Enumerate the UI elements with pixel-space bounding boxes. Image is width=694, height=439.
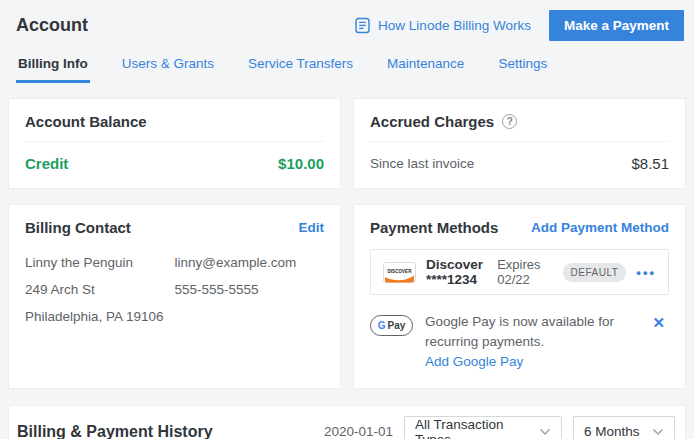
contact-email: linny@example.com bbox=[175, 249, 325, 276]
history-header: Billing & Payment History 2020-01-01 All… bbox=[9, 406, 685, 439]
chevron-down-icon bbox=[539, 428, 551, 436]
credit-status-label: Credit bbox=[25, 155, 68, 172]
billing-contact-card: Billing Contact Edit Linny the Penguin 2… bbox=[8, 204, 341, 389]
account-tabs: Billing Info Users & Grants Service Tran… bbox=[8, 40, 686, 83]
payment-methods-title: Payment Methods bbox=[370, 219, 498, 236]
contact-info-column: linny@example.com 555-555-5555 bbox=[175, 249, 325, 330]
tab-billing-info[interactable]: Billing Info bbox=[16, 52, 90, 83]
contact-address-column: Linny the Penguin 249 Arch St Philadelph… bbox=[25, 249, 175, 330]
history-filters: 2020-01-01 All Transaction Types 6 Month… bbox=[324, 416, 675, 439]
tab-settings[interactable]: Settings bbox=[496, 52, 549, 83]
since-last-invoice-label: Since last invoice bbox=[370, 156, 474, 171]
contact-address-line1: 249 Arch St bbox=[25, 276, 175, 303]
add-google-pay-link[interactable]: Add Google Pay bbox=[425, 354, 523, 369]
card-label: Discover ****1234 bbox=[426, 257, 485, 287]
default-badge: DEFAULT bbox=[563, 263, 627, 282]
google-pay-text: Google Pay is now available for recurrin… bbox=[425, 312, 636, 372]
contact-name: Linny the Penguin bbox=[25, 249, 175, 276]
card-expiry: Expires 02/22 bbox=[497, 257, 540, 287]
account-balance-amount: $10.00 bbox=[278, 155, 324, 172]
tab-service-transfers[interactable]: Service Transfers bbox=[246, 52, 355, 83]
time-range-value: 6 Months bbox=[584, 424, 640, 439]
payment-method-actions-icon[interactable]: ••• bbox=[636, 266, 656, 279]
account-page: Account How Linode Billing Works Make a … bbox=[0, 0, 694, 439]
google-pay-message: Google Pay is now available for recurrin… bbox=[425, 312, 636, 352]
document-icon bbox=[354, 17, 371, 34]
accrued-charges-amount: $8.51 bbox=[631, 155, 669, 172]
edit-contact-link[interactable]: Edit bbox=[299, 220, 325, 235]
accrued-charges-title: Accrued Charges bbox=[370, 113, 494, 130]
history-title: Billing & Payment History bbox=[17, 423, 213, 439]
chevron-down-icon bbox=[652, 428, 664, 436]
svg-text:DISCOVER: DISCOVER bbox=[388, 269, 413, 274]
summary-cards-row: Account Balance Credit $10.00 Accrued Ch… bbox=[8, 98, 686, 189]
time-range-select[interactable]: 6 Months bbox=[573, 416, 675, 439]
how-billing-works-label: How Linode Billing Works bbox=[378, 18, 531, 33]
close-icon[interactable]: ✕ bbox=[648, 312, 669, 334]
billing-history-section: Billing & Payment History 2020-01-01 All… bbox=[8, 405, 686, 439]
history-start-date: 2020-01-01 bbox=[324, 424, 393, 439]
detail-cards-row: Billing Contact Edit Linny the Penguin 2… bbox=[8, 204, 686, 389]
page-header: Account How Linode Billing Works Make a … bbox=[8, 0, 686, 40]
how-billing-works-link[interactable]: How Linode Billing Works bbox=[354, 17, 531, 34]
discover-card-icon: DISCOVER bbox=[383, 262, 416, 283]
tab-maintenance[interactable]: Maintenance bbox=[385, 52, 466, 83]
header-actions: How Linode Billing Works Make a Payment bbox=[354, 10, 684, 41]
billing-contact-title: Billing Contact bbox=[25, 219, 131, 236]
transaction-type-select[interactable]: All Transaction Types bbox=[404, 416, 562, 439]
payment-methods-card: Payment Methods Add Payment Method DISCO… bbox=[353, 204, 686, 389]
contact-address-line2: Philadelphia, PA 19106 bbox=[25, 303, 175, 330]
transaction-type-value: All Transaction Types bbox=[415, 417, 531, 439]
make-payment-button[interactable]: Make a Payment bbox=[549, 10, 684, 41]
google-pay-notice: G Pay Google Pay is now available for re… bbox=[370, 312, 669, 372]
contact-phone: 555-555-5555 bbox=[175, 276, 325, 303]
google-pay-icon: G Pay bbox=[370, 315, 413, 336]
add-payment-method-link[interactable]: Add Payment Method bbox=[531, 220, 669, 235]
tab-users-grants[interactable]: Users & Grants bbox=[120, 52, 216, 83]
page-title: Account bbox=[16, 15, 88, 36]
account-balance-title: Account Balance bbox=[25, 113, 147, 130]
help-icon[interactable]: ? bbox=[502, 114, 517, 129]
accrued-charges-card: Accrued Charges ? Since last invoice $8.… bbox=[353, 98, 686, 189]
payment-method-row: DISCOVER Discover ****1234 Expires 02/22… bbox=[370, 249, 669, 295]
account-balance-card: Account Balance Credit $10.00 bbox=[8, 98, 341, 189]
